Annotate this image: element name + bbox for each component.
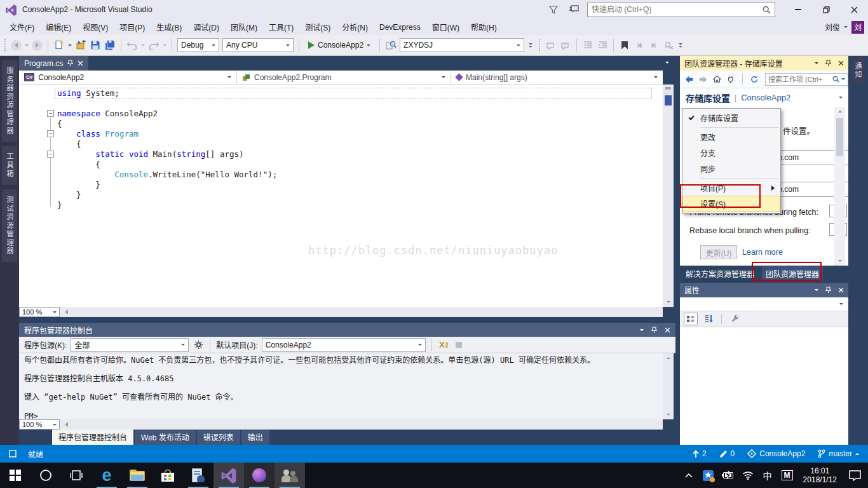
menu-item[interactable]: 分析(N) (336, 19, 374, 35)
team-explorer-title-bar[interactable]: 团队资源管理器 - 存储库设置 (680, 56, 848, 71)
collapse-box-method[interactable]: − (47, 151, 54, 158)
left-autohide-tab[interactable]: 测试资源管理器 (2, 189, 17, 262)
page-context[interactable]: ConsoleApp2 (741, 93, 790, 102)
next-bookmark-icon[interactable] (648, 39, 660, 51)
undo-dropdown-icon[interactable] (141, 44, 145, 46)
properties-object-combo[interactable] (680, 297, 848, 311)
pmc-title-bar[interactable]: 程序包管理器控制台 (19, 323, 675, 337)
bottom-tab[interactable]: 错误列表 (197, 430, 240, 445)
work-item-search-box[interactable] (765, 73, 848, 86)
prev-bookmark-icon[interactable] (634, 39, 645, 51)
connections-icon[interactable] (727, 75, 734, 84)
menu-item[interactable]: 测试(S) (299, 19, 336, 35)
clear-console-icon[interactable] (438, 339, 449, 351)
pin-icon[interactable] (67, 60, 73, 67)
restore-button[interactable] (812, 0, 840, 19)
pmc-vertical-scrollbar[interactable] (663, 353, 674, 419)
left-autohide-tab[interactable]: 服务器资源管理器 (2, 60, 17, 142)
context-menu-item[interactable]: 分支 (682, 145, 780, 161)
nav-project-dropdown[interactable]: C# ConsoleApp2 (19, 71, 237, 84)
nav-class-dropdown[interactable]: ConsoleApp2.Program (237, 71, 451, 84)
comment-icon[interactable] (545, 39, 557, 51)
gear-icon[interactable] (193, 339, 204, 351)
minimize-button[interactable] (784, 0, 812, 19)
alphabetical-sort-icon[interactable] (703, 313, 714, 325)
navigate-forward-button[interactable] (32, 40, 43, 51)
clear-bookmarks-icon[interactable] (663, 39, 674, 51)
start-button[interactable] (0, 463, 31, 488)
paint-3d-button[interactable] (244, 463, 275, 488)
pmc-hscroll-left-arrow[interactable] (65, 422, 68, 427)
te-pin-icon[interactable] (825, 60, 831, 67)
user-dropdown-icon[interactable] (844, 26, 848, 28)
learn-more-link[interactable]: Learn more (742, 248, 783, 257)
quick-launch-input[interactable] (592, 5, 763, 14)
bottom-tab[interactable]: 输出 (241, 430, 269, 445)
toolbar-overflow-icon[interactable] (529, 43, 532, 48)
properties-title-bar[interactable]: 属性 (680, 283, 848, 297)
properties-dropdown-icon[interactable] (815, 289, 818, 291)
default-project-combo[interactable]: ConsoleApp2 (262, 338, 426, 352)
language-indicator[interactable]: M (780, 463, 795, 488)
undo-icon[interactable] (126, 39, 138, 51)
reader-app-button[interactable] (183, 463, 214, 488)
user-name[interactable]: 刘俊 (825, 22, 840, 32)
team-explorer-scrollbar[interactable] (834, 107, 845, 266)
redo-icon[interactable] (148, 39, 159, 51)
wifi-icon[interactable] (740, 463, 756, 488)
pmc-zoom-combo[interactable]: 100 % (19, 419, 60, 430)
menu-item[interactable]: 视图(V) (77, 19, 114, 35)
avatar[interactable]: 刘 (851, 21, 864, 34)
task-view-button[interactable] (61, 463, 92, 488)
pmc-pin-icon[interactable] (651, 327, 657, 334)
stop-icon[interactable] (453, 339, 465, 351)
new-item-dropdown-icon[interactable] (68, 44, 72, 46)
context-menu-item[interactable]: 存储库设置 (682, 110, 780, 126)
work-item-search-input[interactable] (768, 76, 831, 83)
menu-item[interactable]: 团队(M) (225, 19, 263, 35)
close-tab-icon[interactable] (78, 60, 83, 66)
pmc-close-icon[interactable] (665, 327, 670, 333)
menu-item[interactable]: DevExpress (374, 20, 426, 34)
menu-item[interactable]: 工具(T) (263, 19, 299, 35)
hscroll-left-arrow[interactable] (65, 309, 68, 315)
pmc-console-output[interactable]: 每个包都由其所有者许可给你。NuGet 不负责第三方包，也不授予其许可证。一些包… (19, 353, 663, 419)
bottom-tab[interactable]: 程序包管理器控制台 (52, 430, 133, 445)
action-center-icon[interactable] (845, 463, 864, 488)
wrench-icon[interactable] (729, 313, 740, 325)
editor-zoom-combo[interactable]: 100 % (19, 307, 60, 317)
bookmark-icon[interactable] (619, 39, 630, 51)
uncomment-icon[interactable] (560, 39, 571, 51)
visual-studio-button[interactable] (214, 463, 244, 488)
properties-pin-icon[interactable] (825, 287, 831, 294)
notifications-tab[interactable]: 通知 (852, 57, 865, 84)
uncommitted-changes[interactable]: 0 (719, 449, 735, 458)
back-history-dropdown-icon[interactable] (25, 44, 29, 46)
save-all-icon[interactable] (104, 39, 116, 51)
decrease-indent-icon[interactable] (582, 39, 593, 51)
toolbar-overflow2-icon[interactable] (679, 43, 682, 48)
left-autohide-tab[interactable]: 工具箱 (2, 146, 17, 185)
start-debug-button[interactable]: ConsoleApp2 (304, 37, 374, 53)
redo-dropdown-icon[interactable] (163, 44, 166, 46)
current-repository[interactable]: ConsoleApp2 (747, 449, 805, 458)
refresh-icon[interactable] (750, 75, 758, 84)
menu-item[interactable]: 生成(B) (151, 19, 187, 35)
toolbar-grip[interactable] (4, 39, 6, 51)
te-forward-icon[interactable] (699, 76, 707, 83)
menu-item[interactable]: 编辑(E) (40, 19, 77, 35)
context-menu-item[interactable]: 更改 (682, 129, 780, 145)
solution-config-combo[interactable]: Debug (177, 38, 219, 52)
people-app-button[interactable] (275, 463, 305, 488)
navigate-back-button[interactable] (11, 40, 22, 51)
collapse-box-class[interactable]: − (47, 130, 54, 137)
find-combo[interactable]: ZXYDSJ (400, 38, 524, 52)
page-dropdown-icon[interactable] (839, 97, 843, 98)
update-button[interactable]: 更新(U) (700, 245, 737, 259)
te-dropdown-icon[interactable] (815, 62, 818, 64)
feedback-filter-icon[interactable] (548, 4, 559, 15)
new-project-icon[interactable] (53, 39, 65, 51)
send-feedback-icon[interactable] (568, 4, 580, 15)
tab-list-dropdown-icon[interactable] (665, 62, 669, 64)
menu-item[interactable]: 窗口(W) (426, 19, 465, 35)
